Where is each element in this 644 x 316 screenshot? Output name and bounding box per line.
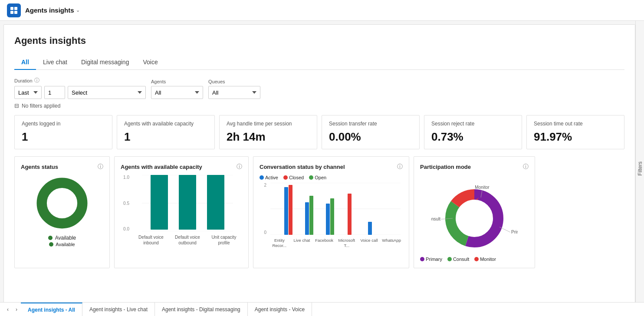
svg-rect-1 xyxy=(14,7,17,10)
agents-label: Agents xyxy=(151,79,203,84)
svg-point-26 xyxy=(456,200,493,237)
bottom-nav-right-arrow[interactable]: › xyxy=(12,305,21,314)
bottom-tab-digital-messaging[interactable]: Agent insights - Digital messaging xyxy=(155,303,248,316)
bar-labels: Default voice inbound Default voice outb… xyxy=(133,234,242,246)
conv-legend-active: Active xyxy=(260,175,278,180)
primary-dot xyxy=(420,257,424,261)
duration-info-icon[interactable]: ⓘ xyxy=(34,77,39,84)
bars-area: Default voice inbound Default voice outb… xyxy=(133,175,242,246)
closed-label: Closed xyxy=(289,175,304,180)
bar-label-0: Default voice inbound xyxy=(138,234,164,246)
conv-legend-closed: Closed xyxy=(283,175,304,180)
agents-status-chart: Agents status ⓘ Available Available xyxy=(14,156,110,268)
conv-label-5: WhatsApp xyxy=(382,238,401,249)
tab-digital-messaging[interactable]: Digital messaging xyxy=(74,55,136,70)
svg-rect-21 xyxy=(348,194,352,235)
queues-filter-group: Queues All xyxy=(208,79,260,99)
agents-capacity-title: Agents with available capacity xyxy=(121,164,202,170)
conv-bar-labels: Entity Recor... Live chat Facebook Micro… xyxy=(268,238,403,249)
active-dot xyxy=(260,175,264,180)
top-header: Agents insights ⌄ xyxy=(0,0,644,21)
agents-capacity-info-icon[interactable]: ⓘ xyxy=(237,163,242,171)
agents-status-donut-container: Available Available xyxy=(21,175,103,247)
conv-label-1: Live chat xyxy=(292,238,311,249)
tab-voice[interactable]: Voice xyxy=(136,55,164,70)
bottom-nav-left-arrow[interactable]: ‹ xyxy=(3,305,12,314)
conversation-status-info-icon[interactable]: ⓘ xyxy=(397,163,403,171)
agents-capacity-chart: Agents with available capacity ⓘ 1.0 0.5… xyxy=(114,156,249,268)
available-label-2: Available xyxy=(56,242,75,247)
participation-info-icon[interactable]: ⓘ xyxy=(523,163,529,171)
sidebar-filters-panel[interactable]: Filters xyxy=(635,21,644,316)
conv-legend: Active Closed Open xyxy=(260,175,403,180)
app-icon xyxy=(7,3,21,17)
closed-dot xyxy=(283,175,288,180)
duration-filter-group: Duration ⓘ Last Select xyxy=(14,77,146,99)
duration-value-input[interactable] xyxy=(44,86,65,99)
metric-value-3: 0.00% xyxy=(329,130,412,144)
bar-label-2: Unit capacity profile xyxy=(211,234,237,246)
available-label: Available xyxy=(55,235,76,241)
svg-rect-11 xyxy=(207,175,224,230)
part-legend-primary: Primary xyxy=(420,257,442,262)
y-axis: 1.0 0.5 0.0 xyxy=(121,175,131,231)
metric-agents-logged-in: Agents logged in 1 xyxy=(14,115,112,149)
queues-select[interactable]: All xyxy=(208,86,260,99)
y-label-0.0: 0.0 xyxy=(121,227,129,231)
agents-status-title: Agents status xyxy=(21,164,58,170)
bottom-tab-voice[interactable]: Agent insights - Voice xyxy=(248,303,312,316)
main-layout: Agents insights All Live chat Digital me… xyxy=(0,21,644,316)
no-filters-bar: ⊟ No filters applied xyxy=(14,102,624,109)
conv-y-label-0: 0 xyxy=(260,230,266,235)
agents-status-bottom-legend: Available xyxy=(49,242,75,247)
metric-value-2: 2h 14m xyxy=(227,130,310,144)
open-dot xyxy=(309,175,313,180)
duration-unit-select[interactable]: Select xyxy=(68,86,146,99)
agents-status-info-icon[interactable]: ⓘ xyxy=(98,163,103,171)
capacity-bars-svg xyxy=(133,175,242,231)
metric-label-0: Agents logged in xyxy=(22,121,105,127)
tab-live-chat[interactable]: Live chat xyxy=(36,55,74,70)
bottom-tab-all[interactable]: Agent insights - All xyxy=(21,303,82,316)
participation-legend: Primary Consult Monitor xyxy=(420,257,529,262)
tab-all[interactable]: All xyxy=(14,55,36,70)
y-label-1.0: 1.0 xyxy=(121,175,129,180)
part-legend-consult: Consult xyxy=(447,257,469,262)
participation-title: Participation mode xyxy=(420,164,471,170)
conversation-status-title: Conversation status by channel xyxy=(260,164,345,170)
agents-status-legend: Available xyxy=(48,235,76,241)
metric-value-0: 1 xyxy=(22,130,105,144)
duration-prefix-select[interactable]: Last xyxy=(14,86,42,99)
participation-donut-svg: Monitor Consult Primary xyxy=(431,175,518,253)
svg-rect-22 xyxy=(368,222,372,235)
available-dot xyxy=(48,236,53,240)
agents-status-donut-svg xyxy=(34,175,90,231)
metric-session-reject-rate: Session reject rate 0.73% xyxy=(424,115,522,149)
svg-rect-16 xyxy=(289,185,292,235)
primary-label-svg: Primary xyxy=(511,230,518,234)
agents-select[interactable]: All xyxy=(151,86,203,99)
part-legend-monitor: Monitor xyxy=(474,257,496,262)
filters-sidebar-label: Filters xyxy=(637,161,643,176)
svg-point-5 xyxy=(49,191,74,215)
svg-rect-18 xyxy=(309,196,313,235)
metric-session-timeout-rate: Session time out rate 91.97% xyxy=(526,115,624,149)
monitor-label-svg: Monitor xyxy=(475,185,490,190)
app-title: Agents insights xyxy=(25,7,74,14)
queues-label: Queues xyxy=(208,79,260,84)
conv-label-0: Entity Recor... xyxy=(270,238,289,249)
metric-label-1: Agents with available capacity xyxy=(124,121,207,127)
metric-agents-available-capacity: Agents with available capacity 1 xyxy=(117,115,215,149)
duration-label: Duration ⓘ xyxy=(14,77,146,84)
metric-value-4: 0.73% xyxy=(431,130,515,144)
conv-y-axis: 2 0 xyxy=(260,183,266,235)
svg-rect-15 xyxy=(284,187,288,235)
metric-label-4: Session reject rate xyxy=(431,121,515,127)
content-area: Agents insights All Live chat Digital me… xyxy=(3,24,635,316)
open-label: Open xyxy=(315,175,326,180)
app-title-chevron-icon[interactable]: ⌄ xyxy=(76,7,80,13)
consult-legend-label: Consult xyxy=(453,257,469,262)
bottom-tab-live-chat[interactable]: Agent insights - Live chat xyxy=(82,303,155,316)
metric-avg-handle-time: Avg handle time per session 2h 14m xyxy=(219,115,317,149)
conv-legend-open: Open xyxy=(309,175,326,180)
